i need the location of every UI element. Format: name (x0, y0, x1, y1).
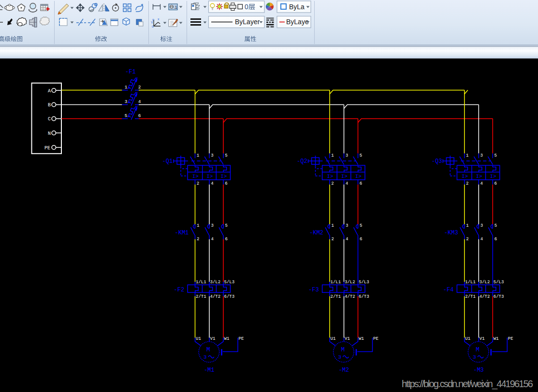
svg-text:I>: I> (206, 174, 213, 179)
svg-text:6/T3: 6/T3 (224, 294, 235, 299)
svg-text:5: 5 (225, 223, 227, 228)
svg-text:2/T1: 2/T1 (196, 294, 206, 299)
svg-text:0: 0 (245, 3, 248, 11)
svg-text:-KM3: -KM3 (444, 230, 458, 236)
svg-text:3: 3 (125, 99, 128, 104)
svg-text:3: 3 (204, 354, 207, 360)
svg-text:2: 2 (197, 181, 199, 186)
svg-text:-F3: -F3 (308, 287, 319, 293)
svg-text:6: 6 (225, 237, 227, 242)
svg-text:V1: V1 (210, 336, 216, 341)
svg-text:ByLa: ByLa (289, 3, 305, 11)
svg-text:4: 4 (138, 99, 141, 104)
svg-text:I>: I> (220, 174, 227, 179)
svg-text:-F2: -F2 (174, 287, 185, 293)
svg-text:-KM2: -KM2 (309, 230, 323, 236)
svg-text:-KM1: -KM1 (175, 230, 189, 236)
svg-text:-F1: -F1 (125, 69, 136, 75)
svg-text:N: N (48, 131, 51, 136)
svg-text:o: o (152, 25, 154, 28)
svg-text:5/L3: 5/L3 (224, 280, 235, 285)
svg-text:https://blog.csdn.net/weixin_4: https://blog.csdn.net/weixin_44196156 (402, 378, 533, 390)
svg-text:4: 4 (211, 181, 213, 186)
svg-text:C: C (48, 116, 51, 122)
svg-text:-M1: -M1 (204, 367, 215, 374)
svg-text:A: A (48, 88, 51, 94)
svg-text:-M2: -M2 (338, 367, 349, 374)
svg-text:2: 2 (197, 237, 199, 242)
svg-text:1: 1 (197, 223, 199, 228)
svg-text:-Q2: -Q2 (297, 158, 307, 165)
svg-text:1: 1 (197, 153, 199, 158)
svg-text:U1: U1 (196, 336, 201, 341)
svg-text:.1: .1 (174, 5, 177, 10)
svg-text:ByLaye: ByLaye (286, 18, 309, 26)
svg-text:-M3: -M3 (473, 367, 484, 374)
svg-text:I>: I> (192, 174, 199, 179)
svg-text:5: 5 (125, 113, 128, 118)
svg-text:2: 2 (138, 85, 141, 90)
svg-text:-Q1: -Q1 (162, 158, 173, 165)
svg-text:ByLayer: ByLayer (235, 18, 260, 26)
svg-text:-Q3: -Q3 (432, 158, 442, 165)
svg-text:1/L1: 1/L1 (196, 280, 206, 285)
svg-text:M: M (206, 347, 210, 353)
svg-text:PE: PE (239, 336, 244, 341)
svg-text:3/L2: 3/L2 (210, 280, 221, 285)
svg-text:4: 4 (211, 237, 213, 242)
svg-text:5: 5 (225, 153, 227, 158)
svg-text:6: 6 (225, 181, 227, 186)
svg-text:1: 1 (125, 85, 128, 90)
svg-text:PE: PE (44, 145, 50, 151)
svg-text:6: 6 (138, 113, 141, 118)
svg-text:B: B (48, 102, 51, 108)
svg-text:x: x (158, 17, 160, 21)
svg-text:-F4: -F4 (443, 287, 454, 293)
svg-text:4/T2: 4/T2 (210, 294, 221, 299)
svg-text:W1: W1 (224, 336, 230, 341)
svg-text:3: 3 (211, 223, 213, 228)
svg-text:Y: Y (151, 21, 153, 24)
svg-text:3: 3 (211, 153, 213, 158)
